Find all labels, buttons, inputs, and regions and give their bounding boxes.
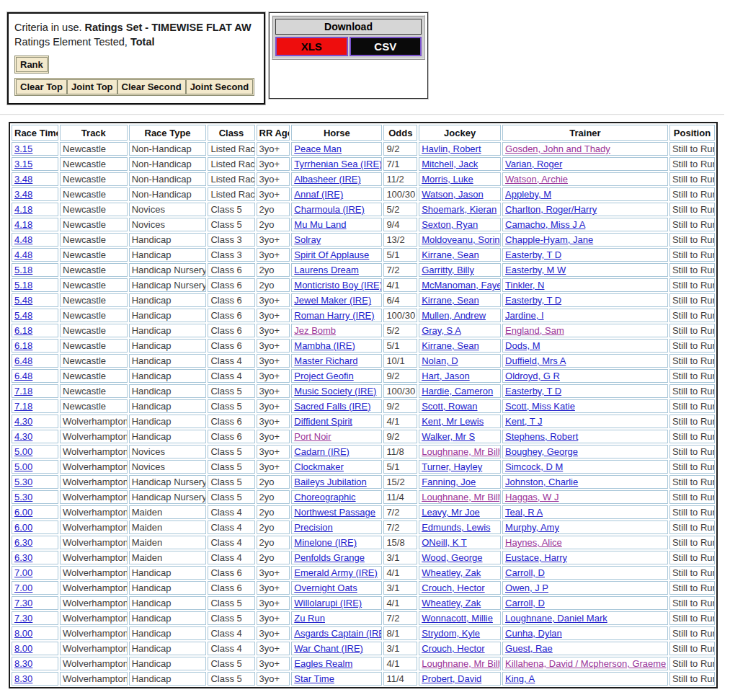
trainer-link[interactable]: Stephens, Robert: [505, 431, 578, 442]
jockey-link[interactable]: Turner, Hayley: [422, 461, 482, 472]
horse-link[interactable]: Albasheer (IRE): [294, 174, 360, 185]
trainer-link[interactable]: Gosden, John and Thady: [505, 143, 610, 154]
race-time-link[interactable]: 6.00: [14, 522, 32, 533]
horse-link[interactable]: Eagles Realm: [294, 658, 352, 669]
race-time-link[interactable]: 7.30: [14, 613, 32, 624]
horse-link[interactable]: Port Noir: [294, 431, 331, 442]
jockey-link[interactable]: Walker, Mr S: [422, 431, 475, 442]
jockey-link[interactable]: Nolan, D: [422, 355, 458, 366]
horse-link[interactable]: Overnight Oats: [294, 582, 357, 593]
csv-download-button[interactable]: CSV: [350, 37, 422, 56]
horse-link[interactable]: Solray: [294, 234, 321, 245]
jockey-link[interactable]: Hart, Jason: [422, 371, 469, 381]
horse-link[interactable]: Baileys Jubilation: [294, 477, 366, 487]
trainer-link[interactable]: Kent, T J: [505, 416, 543, 427]
horse-link[interactable]: Northwest Passage: [294, 507, 375, 518]
jockey-link[interactable]: Probert, David: [422, 673, 481, 684]
jockey-link[interactable]: Loughnane, Mr Billy: [422, 446, 501, 457]
trainer-link[interactable]: Cunha, Dylan: [505, 628, 562, 639]
rank-button[interactable]: Rank: [16, 57, 48, 72]
trainer-link[interactable]: Eustace, Harry: [505, 552, 567, 563]
trainer-link[interactable]: Haynes, Alice: [505, 537, 562, 548]
race-time-link[interactable]: 5.30: [14, 492, 32, 502]
horse-link[interactable]: Choreographic: [294, 492, 355, 502]
horse-link[interactable]: Monticristo Boy (IRE): [294, 280, 382, 291]
jockey-link[interactable]: Kent, Mr Lewis: [422, 416, 484, 427]
race-time-link[interactable]: 6.18: [14, 340, 32, 351]
horse-link[interactable]: Diffident Spirit: [294, 416, 352, 427]
jockey-link[interactable]: Strydom, Kyle: [422, 628, 480, 639]
jockey-link[interactable]: Leavy, Mr Joe: [422, 507, 480, 518]
trainer-link[interactable]: Teal, R A: [505, 507, 543, 518]
joint-top-button[interactable]: Joint Top: [67, 79, 117, 94]
race-time-link[interactable]: 6.48: [14, 355, 32, 366]
trainer-link[interactable]: Charlton, Roger/Harry: [505, 204, 597, 215]
jockey-link[interactable]: Wheatley, Zak: [422, 598, 481, 608]
race-time-link[interactable]: 5.48: [14, 310, 32, 321]
clear-top-button[interactable]: Clear Top: [16, 79, 67, 94]
horse-link[interactable]: Spirit Of Applause: [294, 249, 369, 260]
horse-link[interactable]: Laurens Dream: [294, 265, 359, 275]
trainer-link[interactable]: Easterby, T D: [505, 386, 561, 396]
race-time-link[interactable]: 5.00: [14, 461, 32, 472]
trainer-link[interactable]: Guest, Rae: [505, 643, 553, 654]
horse-link[interactable]: Asgards Captain (IRE): [294, 628, 382, 639]
race-time-link[interactable]: 6.18: [14, 325, 32, 336]
jockey-link[interactable]: Shoemark, Kieran: [422, 204, 497, 215]
horse-link[interactable]: Annaf (IRE): [294, 189, 343, 200]
trainer-link[interactable]: Watson, Archie: [505, 174, 568, 185]
horse-link[interactable]: Emerald Army (IRE): [294, 567, 378, 578]
race-time-link[interactable]: 6.48: [14, 371, 32, 381]
horse-link[interactable]: Mu Mu Land: [294, 219, 346, 230]
horse-link[interactable]: Peace Man: [294, 143, 342, 154]
race-time-link[interactable]: 4.48: [14, 234, 32, 245]
trainer-link[interactable]: Killahena, David / Mcpherson, Graeme: [505, 658, 666, 669]
jockey-link[interactable]: Crouch, Hector: [422, 643, 484, 654]
race-time-link[interactable]: 4.30: [14, 431, 32, 442]
trainer-link[interactable]: Varian, Roger: [505, 159, 562, 169]
race-time-link[interactable]: 8.30: [14, 673, 32, 684]
trainer-link[interactable]: Dods, M: [505, 340, 540, 351]
horse-link[interactable]: Charmoula (IRE): [294, 204, 365, 215]
jockey-link[interactable]: ONeill, K T: [422, 537, 467, 548]
jockey-link[interactable]: Wonnacott, Millie: [422, 613, 493, 624]
race-time-link[interactable]: 6.00: [14, 507, 32, 518]
race-time-link[interactable]: 7.00: [14, 582, 32, 593]
horse-link[interactable]: Zu Run: [294, 613, 325, 624]
trainer-link[interactable]: Duffield, Mrs A: [505, 355, 566, 366]
jockey-link[interactable]: Morris, Luke: [422, 174, 473, 185]
jockey-link[interactable]: Havlin, Robert: [422, 143, 481, 154]
race-time-link[interactable]: 3.15: [14, 143, 32, 154]
jockey-link[interactable]: Hardie, Cameron: [422, 386, 493, 396]
jockey-link[interactable]: Loughnane, Mr Billy: [422, 658, 501, 669]
race-time-link[interactable]: 3.48: [14, 189, 32, 200]
trainer-link[interactable]: Simcock, D M: [505, 461, 563, 472]
horse-link[interactable]: Penfolds Grange: [294, 552, 365, 563]
horse-link[interactable]: Roman Harry (IRE): [294, 310, 374, 321]
race-time-link[interactable]: 7.00: [14, 567, 32, 578]
horse-link[interactable]: Star Time: [294, 673, 334, 684]
jockey-link[interactable]: Mitchell, Jack: [422, 159, 478, 169]
race-time-link[interactable]: 3.48: [14, 174, 32, 185]
race-time-link[interactable]: 4.18: [14, 204, 32, 215]
trainer-link[interactable]: Carroll, D: [505, 598, 545, 608]
jockey-link[interactable]: Scott, Rowan: [422, 401, 477, 412]
race-time-link[interactable]: 5.48: [14, 295, 32, 306]
jockey-link[interactable]: Edmunds, Lewis: [422, 522, 490, 533]
trainer-link[interactable]: Owen, J P: [505, 582, 548, 593]
horse-link[interactable]: War Chant (IRE): [294, 643, 363, 654]
horse-link[interactable]: Mambha (IRE): [294, 340, 355, 351]
xls-download-button[interactable]: XLS: [275, 37, 348, 56]
jockey-link[interactable]: Wood, George: [422, 552, 482, 563]
jockey-link[interactable]: Gray, S A: [422, 325, 461, 336]
jockey-link[interactable]: Moldoveanu, Sorin: [422, 234, 499, 245]
jockey-link[interactable]: Kirrane, Sean: [422, 340, 479, 351]
trainer-link[interactable]: Easterby, T D: [505, 249, 561, 260]
clear-second-button[interactable]: Clear Second: [117, 79, 186, 94]
race-time-link[interactable]: 4.30: [14, 416, 32, 427]
race-time-link[interactable]: 5.30: [14, 477, 32, 487]
horse-link[interactable]: Willolarupi (IRE): [294, 598, 362, 608]
horse-link[interactable]: Cadarn (IRE): [294, 446, 350, 457]
horse-link[interactable]: Clockmaker: [294, 461, 344, 472]
trainer-link[interactable]: King, A: [505, 673, 535, 684]
